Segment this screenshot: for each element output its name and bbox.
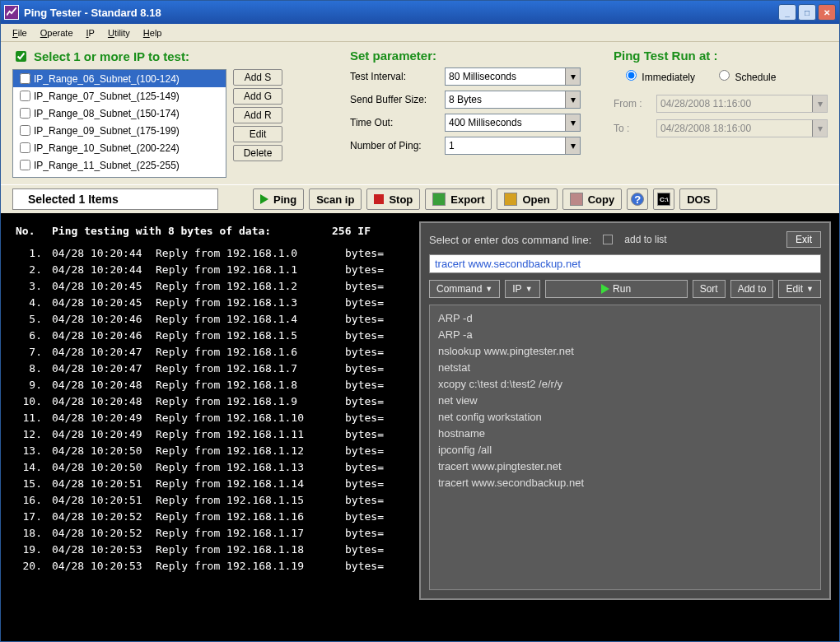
dos-button[interactable]: DOS — [679, 188, 717, 210]
minimize-button[interactable]: _ — [778, 4, 796, 21]
interval-combo[interactable]: 80 Milliseconds▾ — [445, 67, 581, 86]
chevron-down-icon: ▾ — [565, 137, 580, 154]
dos-exit-button[interactable]: Exit — [786, 231, 821, 248]
dos-ip-dropdown[interactable]: IP▼ — [505, 280, 539, 298]
list-item[interactable]: IP_Range_08_Subnet_(150-174) — [13, 105, 226, 122]
dos-list-item[interactable]: tracert www.pingtester.net — [438, 458, 812, 475]
dos-edit-dropdown[interactable]: Edit▼ — [778, 280, 821, 298]
interval-label: Test Interval: — [350, 71, 436, 82]
list-item[interactable]: IP_Range_07_Subnet_(125-149) — [13, 87, 226, 105]
dos-list-item[interactable]: ARP -a — [438, 327, 812, 343]
play-icon — [260, 194, 268, 204]
toolbar: Selected 1 Items Ping Scan ip Stop Expor… — [1, 184, 839, 213]
dos-list-item[interactable]: ipconfig /all — [438, 442, 812, 458]
select-ip-checkbox[interactable] — [16, 51, 26, 62]
export-icon — [432, 193, 446, 206]
delete-button[interactable]: Delete — [233, 145, 282, 161]
maximize-button[interactable]: □ — [798, 4, 816, 21]
scan-ip-button[interactable]: Scan ip — [309, 188, 362, 210]
dos-command-input[interactable]: tracert www.secondbackup.net — [429, 254, 821, 273]
dos-sort-button[interactable]: Sort — [693, 280, 726, 298]
export-button[interactable]: Export — [425, 188, 492, 210]
chevron-down-icon: ▾ — [565, 114, 580, 131]
dos-list-item[interactable]: xcopy c:\test d:\test2 /e/r/y — [438, 376, 812, 393]
list-item[interactable]: IP_Range_06_Subnet_(100-124) — [13, 70, 226, 87]
menu-operate[interactable]: Operate — [34, 26, 80, 40]
add-to-list-checkbox[interactable] — [603, 235, 613, 244]
menu-ip[interactable]: IP — [80, 26, 101, 40]
stop-button[interactable]: Stop — [366, 188, 420, 210]
list-item[interactable]: IP_Range_09_Subnet_(175-199) — [13, 122, 226, 139]
chevron-down-icon: ▾ — [812, 95, 827, 112]
dos-addto-button[interactable]: Add to — [730, 280, 774, 298]
ip-item-checkbox[interactable] — [20, 108, 30, 119]
ping-button[interactable]: Ping — [253, 188, 304, 210]
window-title: Ping Tester - Standard 8.18 — [24, 7, 778, 19]
ip-listbox[interactable]: IP_Range_06_Subnet_(100-124)IP_Range_07_… — [12, 69, 226, 178]
list-item[interactable]: Red Local — [13, 174, 226, 178]
dos-list-item[interactable]: net config workstation — [438, 409, 812, 426]
app-window: Ping Tester - Standard 8.18 _ □ ✕ File O… — [0, 0, 840, 642]
menu-file[interactable]: File — [6, 26, 34, 40]
dos-list-item[interactable]: ARP -d — [438, 310, 812, 327]
dos-list-item[interactable]: netstat — [438, 360, 812, 376]
terminal-icon: C:\ — [657, 193, 670, 206]
param-section-title: Set parameter: — [350, 49, 581, 63]
col-256: 256 IF — [332, 225, 371, 237]
dos-icon-button[interactable]: C:\ — [653, 188, 674, 210]
ip-item-checkbox[interactable] — [20, 91, 30, 101]
param-section: Set parameter: Test Interval: 80 Millise… — [350, 49, 581, 178]
play-icon — [601, 284, 609, 294]
dos-command-dropdown[interactable]: Command▼ — [429, 280, 500, 298]
dos-list-item[interactable]: nslookup www.pingtester.net — [438, 343, 812, 360]
chevron-down-icon: ▾ — [812, 120, 827, 137]
add-g-button[interactable]: Add G — [233, 88, 282, 105]
to-datetime: 04/28/2008 18:16:00▾ — [656, 119, 828, 137]
timeout-label: Time Out: — [350, 117, 436, 128]
list-item[interactable]: IP_Range_10_Subnet_(200-224) — [13, 139, 226, 156]
list-item[interactable]: IP_Range_11_Subnet_(225-255) — [13, 156, 226, 174]
help-icon: ? — [631, 193, 644, 206]
close-button[interactable]: ✕ — [818, 4, 836, 21]
col-no: No. — [16, 225, 52, 237]
dos-run-button[interactable]: Run — [545, 280, 688, 298]
copy-button[interactable]: Copy — [562, 188, 623, 210]
radio-schedule[interactable]: Schedule — [715, 67, 776, 83]
dos-panel: Select or enter dos command line: add to… — [419, 221, 831, 600]
menu-utility[interactable]: Utility — [101, 26, 137, 40]
chevron-down-icon: ▾ — [565, 91, 580, 108]
ip-item-checkbox[interactable] — [20, 125, 30, 136]
radio-immediately[interactable]: Immediately — [622, 67, 695, 83]
open-button[interactable]: Open — [497, 188, 557, 210]
ip-item-checkbox[interactable] — [20, 160, 30, 170]
ip-item-checkbox[interactable] — [20, 73, 30, 84]
run-section: Ping Test Run at : Immediately Schedule … — [614, 49, 828, 178]
selected-items-label: Selected 1 Items — [12, 188, 218, 210]
add-to-list-label: add to list — [624, 234, 666, 245]
add-s-button[interactable]: Add S — [233, 69, 282, 86]
stop-icon — [374, 194, 384, 204]
app-icon — [4, 5, 19, 20]
ip-section: Select 1 or more IP to test: IP_Range_06… — [12, 49, 317, 178]
from-label: From : — [614, 98, 648, 109]
chevron-down-icon: ▾ — [565, 68, 580, 85]
console-output: No. Ping testing with 8 bytes of data: 2… — [1, 213, 839, 641]
to-label: To : — [614, 123, 648, 134]
numping-combo[interactable]: 1▾ — [445, 137, 581, 155]
buffer-combo[interactable]: 8 Bytes▾ — [445, 91, 581, 109]
help-button[interactable]: ? — [627, 188, 648, 210]
add-r-button[interactable]: Add R — [233, 107, 282, 123]
ip-section-title: Select 1 or more IP to test: — [34, 49, 189, 63]
menu-help[interactable]: Help — [137, 26, 169, 40]
folder-open-icon — [504, 193, 517, 206]
menubar: File Operate IP Utility Help — [1, 24, 839, 42]
from-datetime: 04/28/2008 11:16:00▾ — [656, 95, 828, 113]
ip-item-checkbox[interactable] — [20, 177, 30, 178]
dos-list-item[interactable]: tracert www.secondbackup.net — [438, 475, 812, 491]
dos-list-item[interactable]: net view — [438, 393, 812, 409]
ip-item-checkbox[interactable] — [20, 142, 30, 153]
edit-button[interactable]: Edit — [233, 126, 282, 142]
dos-list-item[interactable]: hostname — [438, 426, 812, 442]
timeout-combo[interactable]: 400 Milliseconds▾ — [445, 114, 581, 132]
dos-command-list[interactable]: ARP -dARP -anslookup www.pingtester.netn… — [429, 305, 821, 590]
